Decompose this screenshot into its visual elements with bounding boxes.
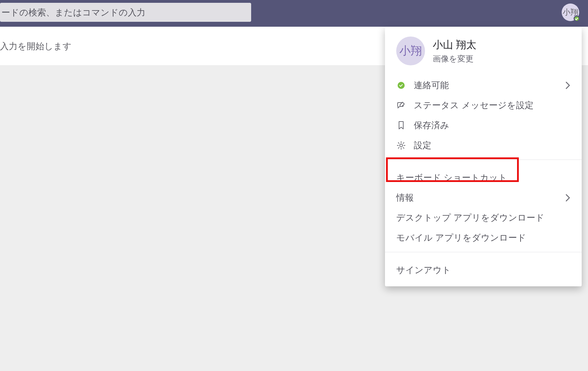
menu-item-label: モバイル アプリをダウンロード — [396, 232, 570, 243]
menu-item-keyboard-shortcuts[interactable]: キーボード ショートカット — [385, 168, 582, 188]
menu-item-sign-out[interactable]: サインアウト — [385, 260, 582, 280]
profile-avatar-large: 小翔 — [396, 37, 425, 65]
search-input[interactable]: ードの検索、またはコマンドの入力 — [0, 3, 251, 22]
menu-item-label: 情報 — [396, 192, 566, 203]
menu-item-download-desktop[interactable]: デスクトップ アプリをダウンロード — [385, 208, 582, 228]
menu-item-set-status-message[interactable]: ステータス メッセージを設定 — [385, 95, 582, 115]
profile-menu: 小翔 小山 翔太 画像を変更 連絡可能 ステータス メッセージを設定 — [385, 27, 582, 286]
menu-divider — [385, 252, 582, 252]
menu-item-label: キーボード ショートカット — [396, 172, 570, 183]
menu-item-label: サインアウト — [396, 264, 570, 276]
edit-message-icon — [396, 101, 406, 110]
chevron-right-icon — [566, 194, 570, 202]
menu-divider — [385, 160, 582, 160]
gear-icon — [396, 141, 406, 150]
presence-available-icon — [574, 15, 580, 22]
menu-item-label: 設定 — [414, 139, 570, 151]
search-placeholder: ードの検索、またはコマンドの入力 — [0, 7, 145, 18]
change-image-link[interactable]: 画像を変更 — [433, 53, 476, 64]
profile-text: 小山 翔太 画像を変更 — [433, 38, 476, 64]
menu-item-download-mobile[interactable]: モバイル アプリをダウンロード — [385, 228, 582, 248]
profile-name: 小山 翔太 — [433, 38, 476, 52]
presence-available-icon — [396, 82, 406, 89]
svg-point-0 — [400, 144, 403, 147]
menu-item-label: 保存済み — [414, 119, 570, 131]
menu-item-settings[interactable]: 設定 — [385, 135, 582, 155]
menu-list-3: サインアウト — [385, 256, 582, 286]
avatar-large-initials: 小翔 — [399, 43, 422, 59]
menu-item-label: ステータス メッセージを設定 — [414, 99, 570, 111]
menu-list-2: キーボード ショートカット 情報 デスクトップ アプリをダウンロード モバイル … — [385, 164, 582, 248]
bookmark-icon — [396, 121, 406, 130]
app-header: ードの検索、またはコマンドの入力 小翔 — [0, 0, 588, 27]
menu-item-status[interactable]: 連絡可能 — [385, 75, 582, 95]
chevron-right-icon — [566, 82, 570, 89]
menu-item-info[interactable]: 情報 — [385, 188, 582, 208]
menu-list-1: 連絡可能 ステータス メッセージを設定 保存済み — [385, 72, 582, 155]
compose-placeholder: 入力を開始します — [0, 40, 72, 52]
menu-item-label: デスクトップ アプリをダウンロード — [396, 212, 570, 223]
profile-section: 小翔 小山 翔太 画像を変更 — [385, 27, 582, 72]
menu-item-saved[interactable]: 保存済み — [385, 115, 582, 135]
profile-avatar-button[interactable]: 小翔 — [562, 4, 579, 21]
menu-item-label: 連絡可能 — [414, 79, 558, 91]
